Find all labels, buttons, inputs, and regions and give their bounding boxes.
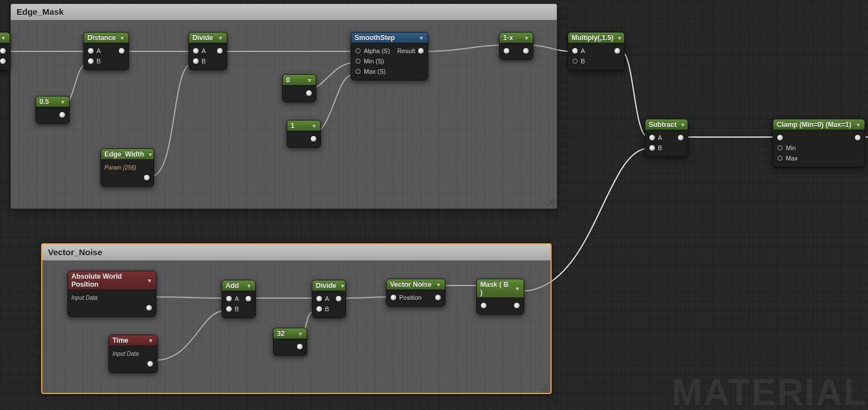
pin-label: A (97, 47, 101, 54)
node-one-minus-title: 1-x (503, 34, 513, 42)
input-pin[interactable] (316, 306, 323, 312)
pin-label: B (97, 58, 101, 65)
input-pin[interactable] (87, 58, 94, 65)
chevron-down-icon: ▼ (524, 35, 529, 41)
output-pin[interactable] (118, 47, 125, 54)
node-stub[interactable]: ▼ (0, 32, 10, 70)
node-distance[interactable]: Distance▼ A B (83, 32, 129, 70)
node-one-minus[interactable]: 1-x▼ (499, 32, 533, 60)
chevron-down-icon: ▼ (147, 278, 152, 284)
output-pin[interactable] (513, 302, 520, 309)
output-pin[interactable] (147, 360, 154, 367)
comment-vector-noise-title: Vector_Noise (42, 244, 550, 260)
output-pin[interactable] (59, 111, 66, 118)
input-pin[interactable] (226, 306, 232, 312)
pin-label: A (325, 295, 329, 302)
node-smoothstep[interactable]: SmoothStep▼ Alpha (S) Result Min (S) Max… (351, 32, 428, 81)
input-pin[interactable] (226, 295, 232, 302)
output-pin[interactable] (335, 295, 342, 302)
input-pin[interactable] (777, 144, 783, 151)
output-pin[interactable] (310, 135, 317, 142)
output-pin[interactable] (435, 294, 441, 301)
chevron-down-icon: ▼ (855, 122, 861, 128)
output-pin[interactable] (296, 343, 303, 350)
output-pin[interactable] (245, 295, 252, 302)
input-pin[interactable] (355, 58, 361, 65)
node-vnoise-title: Vector Noise (390, 280, 432, 288)
node-multiply[interactable]: Multiply(,1.5)▼ A B (568, 32, 625, 70)
chevron-down-icon: ▼ (147, 151, 153, 158)
input-pin[interactable] (649, 144, 656, 151)
input-pin[interactable] (777, 155, 783, 162)
input-pin[interactable] (192, 47, 199, 54)
input-pin[interactable] (503, 47, 510, 54)
pin-label: A (581, 47, 585, 54)
input-pin[interactable] (572, 47, 578, 54)
output-pin[interactable] (216, 47, 223, 54)
chevron-down-icon: ▼ (246, 283, 252, 289)
output-pin[interactable] (143, 174, 150, 181)
pin-label: A (235, 295, 239, 302)
chevron-down-icon: ▼ (218, 35, 223, 41)
node-const-0-5[interactable]: 0.5▼ (35, 96, 70, 124)
chevron-down-icon: ▼ (340, 283, 345, 289)
input-pin[interactable] (480, 302, 487, 309)
output-pin[interactable] (306, 90, 312, 97)
node-mask-b[interactable]: Mask ( B )▼ (476, 279, 524, 315)
output-pin[interactable] (854, 134, 861, 141)
input-pin[interactable] (355, 47, 361, 54)
node-divide-1[interactable]: Divide▼ A B (188, 32, 227, 70)
input-pin[interactable] (572, 58, 578, 65)
node-const-1-title: 1 (291, 122, 295, 130)
output-pin[interactable] (417, 47, 424, 54)
input-pin[interactable] (192, 58, 199, 65)
node-awp-sub: Input Data (71, 295, 98, 301)
node-edge-width-title: Edge_Width (105, 150, 144, 158)
node-divide-2[interactable]: Divide▼ A B (312, 280, 346, 318)
node-const-32[interactable]: 32▼ (273, 328, 307, 356)
input-pin[interactable] (649, 134, 656, 141)
pin-label: Max (S) (364, 68, 386, 75)
chevron-down-icon: ▼ (419, 35, 424, 41)
node-subtract[interactable]: Subtract▼ A B (645, 119, 688, 157)
comment-edge-mask-title: Edge_Mask (11, 4, 557, 20)
output-pin[interactable] (523, 47, 529, 54)
node-add[interactable]: Add▼ A B (222, 280, 256, 318)
output-pin[interactable] (677, 134, 684, 141)
output-pin[interactable] (146, 304, 152, 311)
input-pin[interactable] (87, 47, 94, 54)
node-clamp[interactable]: Clamp (Min=0) (Max=1)▼ Min Max (773, 119, 865, 167)
node-divide-2-title: Divide (316, 282, 336, 290)
pin-label: A (658, 134, 662, 141)
node-const-32-title: 32 (277, 329, 284, 337)
output-pin[interactable] (0, 47, 6, 54)
output-pin[interactable] (0, 58, 6, 65)
input-pin[interactable] (316, 295, 323, 302)
pin-label: B (581, 58, 585, 65)
node-multiply-title: Multiply(,1.5) (572, 34, 613, 42)
node-const-0[interactable]: 0▼ (282, 74, 316, 102)
node-clamp-title: Clamp (Min=0) (Max=1) (777, 120, 851, 128)
node-const-1[interactable]: 1▼ (287, 120, 321, 148)
chevron-down-icon: ▼ (617, 35, 622, 41)
resize-handle-icon[interactable] (540, 383, 548, 391)
resize-handle-icon[interactable] (546, 198, 554, 206)
node-absolute-world-position[interactable]: Absolute World Position▼ Input Data (67, 271, 156, 317)
node-edge-width[interactable]: Edge_Width▼ Param (256) (101, 148, 154, 187)
input-pin[interactable] (390, 294, 397, 301)
pin-label: Result (397, 47, 415, 54)
input-pin[interactable] (777, 134, 783, 141)
node-smoothstep-title: SmoothStep (355, 34, 395, 42)
node-distance-title: Distance (87, 34, 116, 42)
node-vector-noise[interactable]: Vector Noise▼ Position (386, 279, 445, 307)
chevron-down-icon: ▼ (436, 282, 441, 288)
watermark-text: MATERIAL (672, 371, 867, 410)
node-time[interactable]: Time▼ Input Data (108, 335, 158, 373)
pin-label: Min (786, 144, 796, 151)
pin-label: B (658, 144, 662, 151)
pin-label: Max (786, 155, 798, 162)
chevron-down-icon: ▼ (119, 35, 125, 41)
input-pin[interactable] (355, 68, 361, 75)
output-pin[interactable] (614, 47, 621, 54)
chevron-down-icon: ▼ (680, 122, 686, 128)
